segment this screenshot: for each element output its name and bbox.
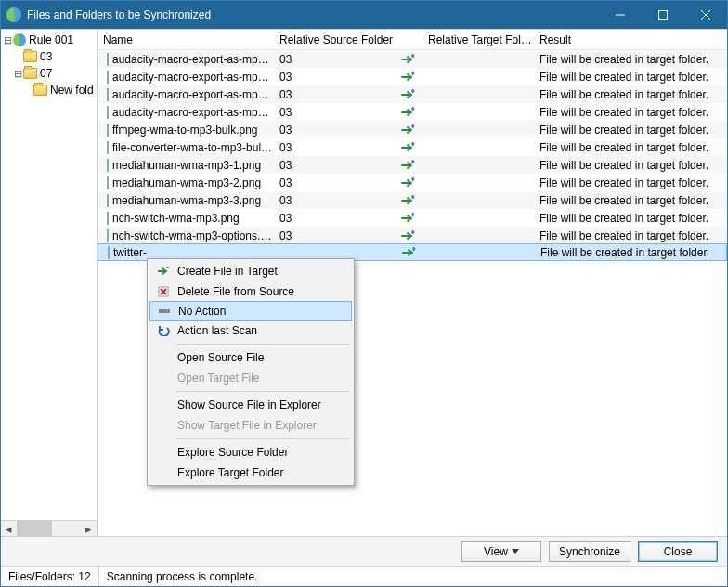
result-text: File will be created in target folder. [534, 194, 727, 207]
file-name: file-converter-wma-to-mp3-bulk.p... [112, 141, 274, 154]
folder-icon [33, 85, 47, 96]
image-file-icon [107, 176, 109, 189]
status-message: Scanning process is complete. [99, 567, 727, 586]
menu-item-label: No Action [175, 305, 226, 318]
tree-hscrollbar[interactable]: ◂ ▸ [1, 520, 97, 536]
image-file-icon [107, 194, 109, 207]
image-file-icon [107, 229, 109, 242]
scroll-right-button[interactable]: ▸ [81, 521, 97, 536]
menu-item[interactable]: Action last Scan [150, 320, 352, 341]
sync-direction [395, 107, 422, 118]
sync-arrow-icon [401, 195, 416, 206]
source-folder: 03 [274, 176, 395, 189]
synchronize-button[interactable]: Synchronize [549, 541, 630, 562]
svg-rect-7 [159, 309, 170, 313]
file-name: audacity-macro-export-as-mp3-0.... [112, 53, 274, 66]
menu-item: Open Target File [150, 368, 352, 388]
maximize-icon [658, 10, 668, 20]
col-target[interactable]: Relative Target Folder [422, 33, 534, 46]
tree-pane: ⊟ Rule 001 ··03·⊟07···New fold ◂ ▸ [1, 30, 98, 536]
context-menu[interactable]: Create File in TargetDelete File from So… [147, 258, 355, 486]
source-folder: 03 [274, 212, 395, 225]
maximize-button[interactable] [642, 1, 684, 29]
menu-item[interactable]: Explore Source Folder [150, 442, 352, 463]
menu-item[interactable]: Show Source File in Explorer [150, 395, 352, 415]
view-button[interactable]: View [462, 541, 541, 562]
col-name[interactable]: Name [98, 33, 274, 46]
caret-down-icon [512, 549, 519, 554]
col-result[interactable]: Result [534, 33, 727, 46]
image-file-icon [107, 159, 109, 172]
menu-item-label: Open Source File [174, 351, 264, 364]
col-source[interactable]: Relative Source Folder [274, 33, 395, 46]
source-folder: 03 [274, 106, 395, 119]
menu-item[interactable]: No Action [150, 301, 352, 321]
result-text: File will be created in target folder. [534, 176, 727, 189]
menu-item-icon [153, 266, 174, 277]
tree-folder-node[interactable]: ·⊟07 [1, 65, 97, 82]
table-row[interactable]: nch-switch-wma-mp3-options.png03File wil… [98, 227, 727, 244]
close-button[interactable]: Close [638, 541, 718, 562]
menu-separator [176, 438, 350, 439]
minimize-icon [616, 10, 625, 20]
source-folder: 03 [274, 159, 395, 172]
table-row[interactable]: audacity-macro-export-as-mp3-2....03File… [98, 85, 727, 103]
result-text: File will be created in target folder. [534, 212, 727, 225]
tree-folder-node[interactable]: ···New fold [1, 82, 97, 98]
scroll-track[interactable] [17, 521, 81, 536]
file-name: audacity-macro-export-as-mp3-3.... [112, 106, 274, 119]
close-window-button[interactable] [684, 1, 727, 29]
file-name: mediahuman-wma-mp3-1.png [112, 159, 261, 172]
menu-separator [176, 391, 350, 392]
file-name: nch-switch-wma-mp3-options.png [112, 229, 274, 242]
result-text: File will be created in target folder. [534, 124, 727, 137]
table-row[interactable]: ffmpeg-wma-to-mp3-bulk.png03File will be… [98, 121, 727, 138]
scroll-thumb[interactable] [17, 521, 52, 536]
table-row[interactable]: audacity-macro-export-as-mp3-0....03File… [98, 50, 727, 68]
sync-arrow-icon [402, 247, 417, 258]
file-name: ffmpeg-wma-to-mp3-bulk.png [112, 124, 258, 137]
table-row[interactable]: file-converter-wma-to-mp3-bulk.p...03Fil… [98, 138, 727, 156]
result-text: File will be created in target folder. [534, 141, 727, 154]
menu-item-label: Show Target File in Explorer [174, 419, 317, 432]
minimize-button[interactable] [599, 1, 642, 29]
content-area: ⊟ Rule 001 ··03·⊟07···New fold ◂ ▸ Name … [1, 29, 727, 536]
sync-arrow-icon [401, 89, 416, 100]
tree-folder-label: New fold [50, 84, 94, 97]
menu-separator [176, 344, 350, 345]
sync-arrow-icon [401, 72, 416, 83]
folder-icon [23, 51, 37, 62]
tree-body[interactable]: ⊟ Rule 001 ··03·⊟07···New fold [1, 30, 97, 520]
sync-arrow-icon [401, 160, 416, 171]
source-folder: 03 [274, 229, 395, 242]
menu-item[interactable]: Delete File from Source [150, 281, 352, 302]
table-row[interactable]: mediahuman-wma-mp3-2.png03File will be c… [98, 174, 727, 191]
menu-item[interactable]: Open Source File [150, 347, 352, 368]
table-row[interactable]: audacity-macro-export-as-mp3-1....03File… [98, 68, 727, 85]
table-row[interactable]: mediahuman-wma-mp3-1.png03File will be c… [98, 156, 727, 174]
sync-direction [396, 247, 423, 258]
menu-item[interactable]: Explore Target Folder [150, 463, 352, 483]
table-row[interactable]: mediahuman-wma-mp3-3.png03File will be c… [98, 191, 727, 209]
tree-folder-node[interactable]: ··03 [1, 48, 97, 65]
app-window: Files and Folders to be Synchronized ⊟ R… [0, 0, 728, 587]
file-name: audacity-macro-export-as-mp3-1.... [112, 71, 274, 84]
view-label: View [484, 545, 508, 558]
tree-rule-node[interactable]: ⊟ Rule 001 [1, 32, 97, 48]
sync-arrow-icon [401, 213, 416, 224]
menu-item[interactable]: Create File in Target [150, 261, 352, 281]
result-text: File will be created in target folder. [535, 246, 726, 259]
menu-item-icon [154, 307, 175, 315]
table-row[interactable]: nch-switch-wma-mp3.png03File will be cre… [98, 209, 727, 227]
menu-item-label: Open Target File [174, 372, 260, 385]
folder-icon [23, 68, 37, 79]
file-name: mediahuman-wma-mp3-3.png [112, 194, 261, 207]
file-name: nch-switch-wma-mp3.png [112, 212, 240, 225]
result-text: File will be created in target folder. [534, 53, 727, 66]
image-file-icon [107, 71, 109, 84]
scroll-left-button[interactable]: ◂ [1, 521, 17, 536]
table-row[interactable]: audacity-macro-export-as-mp3-3....03File… [98, 103, 727, 121]
menu-item-label: Create File in Target [174, 265, 278, 278]
result-text: File will be created in target folder. [534, 88, 727, 101]
list-header[interactable]: Name Relative Source Folder Relative Tar… [98, 30, 727, 50]
